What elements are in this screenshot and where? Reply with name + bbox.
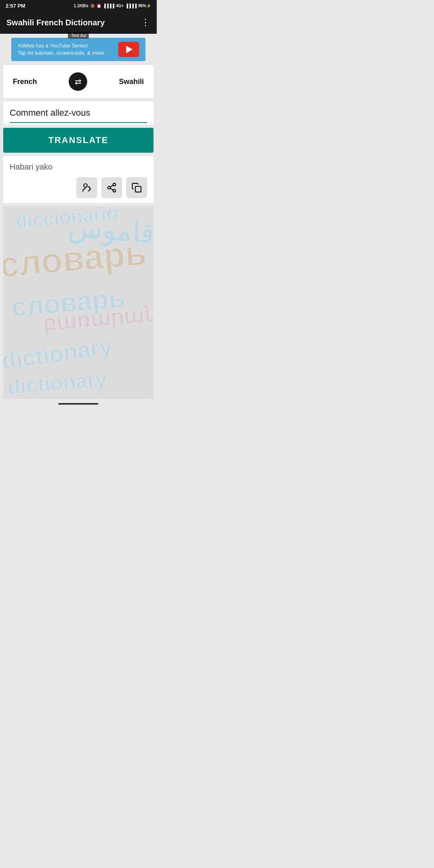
battery-level: 96%⚡ [138,4,151,8]
app-bar: Swahili French Dictionary ⋮ [0,11,157,34]
play-icon [126,46,133,53]
tts-icon [82,182,92,193]
swap-icon: ⇄ [75,77,82,86]
ad-text: AdMob has a YouTube Series! Tap for tuto… [18,42,105,57]
svg-rect-7 [135,186,141,192]
status-time: 2:57 PM [6,3,25,9]
svg-point-0 [84,184,87,187]
network-speed: 1.1KB/s [74,4,88,8]
home-indicator-bar [58,403,98,405]
source-language-label[interactable]: French [13,78,37,86]
language-selector-row: French ⇄ Swahili [3,65,154,98]
ad-label: Test Ad [68,32,89,39]
svg-line-6 [110,185,113,187]
text-to-speech-button[interactable] [76,177,97,198]
signal-icon: ▐▐▐▐ [103,4,114,8]
overflow-menu-button[interactable]: ⋮ [141,17,150,28]
result-card: Habari yako [3,156,154,203]
network-type: 4G+ [116,4,123,8]
source-text-input[interactable] [10,106,147,120]
swap-languages-button[interactable]: ⇄ [69,72,87,91]
home-indicator-area [0,399,157,407]
youtube-button[interactable] [118,42,139,57]
share-icon [106,182,117,193]
share-button[interactable] [101,177,122,198]
result-actions [10,177,147,198]
mute-icon: 🔕 [90,4,95,8]
input-card [3,101,154,125]
ad-banner[interactable]: Test Ad AdMob has a YouTube Series! Tap … [11,38,145,61]
translate-button[interactable]: TRANSLATE [3,128,154,153]
svg-point-2 [113,183,116,186]
svg-point-3 [108,186,111,189]
copy-button[interactable] [126,177,147,198]
watermark-background: diccionario словарь قاموس словарь բառարա… [3,206,154,399]
signal-icon-2: ▐▐▐▐ [125,4,137,8]
target-language-label[interactable]: Swahili [119,78,144,86]
status-icons: 1.1KB/s 🔕 ⏰ ▐▐▐▐ 4G+ ▐▐▐▐ 96%⚡ [74,4,151,8]
result-text: Habari yako [10,162,147,172]
copy-icon [131,182,142,193]
ad-line2: Tap for tutorials, screencasts, & more. [18,49,105,57]
status-bar: 2:57 PM 1.1KB/s 🔕 ⏰ ▐▐▐▐ 4G+ ▐▐▐▐ 96%⚡ [0,0,157,11]
input-underline [10,122,147,123]
svg-line-5 [110,188,113,190]
app-title: Swahili French Dictionary [6,18,105,27]
ad-line1: AdMob has a YouTube Series! [18,42,105,49]
svg-point-4 [113,189,116,192]
alarm-icon: ⏰ [96,4,101,8]
